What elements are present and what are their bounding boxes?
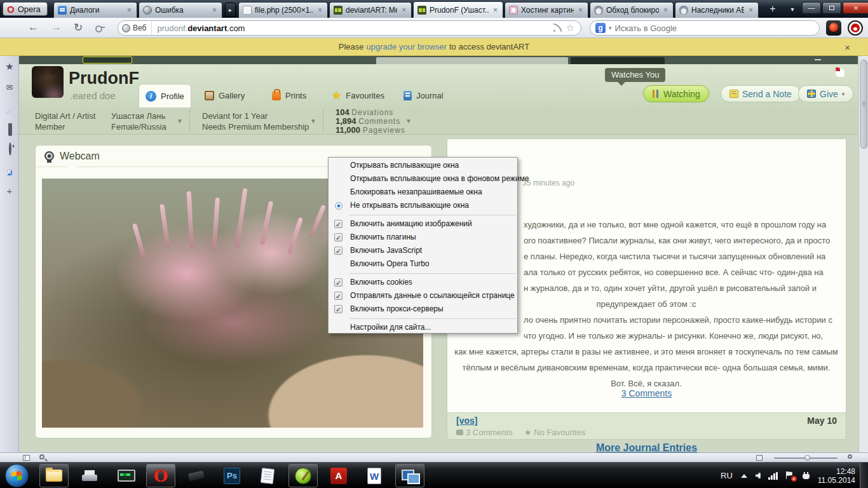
zoom-magnifier-icon[interactable]	[848, 454, 852, 459]
caret-down-icon[interactable]: ▼	[405, 118, 412, 125]
tab-deviantart-me[interactable]: deviantART: Me... ×	[329, 2, 412, 18]
search-box[interactable]: g ▾	[590, 20, 820, 36]
scrollbar-thumb[interactable]	[860, 60, 867, 149]
tab-prudonf-active[interactable]: PrudonF (Ушаст... ×	[413, 1, 503, 18]
deviantart-search-input[interactable]	[376, 57, 568, 64]
power-plug-icon[interactable]	[803, 472, 810, 480]
url-text[interactable]: prudonf.deviantart.com	[152, 24, 245, 33]
menu-item-open-popups-background[interactable]: Открывать всплывающие окна в фоновом реж…	[329, 172, 517, 186]
page-scrollbar[interactable]	[858, 56, 868, 452]
menu-item-enable-opera-turbo[interactable]: Включить Opera Turbo	[329, 257, 517, 271]
menu-item-enable-image-animation[interactable]: ✓Включить анимацию изображений	[329, 217, 517, 231]
tab-close-icon[interactable]: ×	[400, 6, 407, 15]
taskbar-word-button[interactable]: W	[360, 464, 389, 487]
reload-button[interactable]: ↻	[74, 21, 83, 34]
tab-group-divider-button[interactable]: ▸	[225, 3, 236, 17]
language-indicator[interactable]: RU	[721, 471, 733, 480]
menu-item-block-unwanted-popups[interactable]: Блокировать незапрашиваемые окна	[329, 186, 517, 199]
taskbar-notepad-button[interactable]	[253, 464, 282, 487]
taskbar-image-editor-button[interactable]	[288, 464, 318, 487]
avatar[interactable]	[32, 66, 64, 98]
taskbar-acrobat-button[interactable]: A	[324, 464, 353, 487]
stat-membership[interactable]: Deviant for 1 YearNeeds Premium Membersh…	[202, 111, 309, 132]
tab-favourites[interactable]: ★ Favourites	[325, 84, 391, 107]
window-close-button[interactable]: ×	[843, 2, 868, 14]
search-input[interactable]	[615, 24, 814, 33]
upgrade-browser-link[interactable]: upgrade your browser	[367, 42, 447, 51]
forward-button[interactable]: →	[51, 21, 62, 34]
taskbar-resource-monitor-button[interactable]	[111, 464, 140, 487]
show-desktop-button[interactable]	[860, 463, 868, 488]
menu-item-never-open-popups[interactable]: Не открывать всплывающие окна	[329, 199, 517, 212]
journal-author-link[interactable]: [vos]	[456, 416, 477, 426]
give-button[interactable]: Give ▾	[798, 85, 853, 102]
search-engine-caret[interactable]: ▾	[609, 25, 612, 31]
window-restore-button[interactable]	[822, 2, 841, 14]
stat-counts[interactable]: 104 Deviations 1,894 Comments 11,000 Pag…	[336, 108, 405, 135]
menu-item-enable-javascript[interactable]: ✓Включить JavaScript	[329, 244, 517, 257]
action-center-flag-icon[interactable]: ×	[786, 471, 794, 480]
notes-panel-icon[interactable]	[4, 103, 15, 114]
zoom-slider-thumb[interactable]	[804, 455, 810, 461]
menu-item-send-referrer[interactable]: ✓Отправлять данные о ссылающейся страниц…	[329, 289, 517, 302]
address-field[interactable]: Веб prudonf.deviantart.com ☆	[118, 20, 581, 36]
tab-gallery[interactable]: Gallery	[198, 84, 251, 107]
tab-close-icon[interactable]: ×	[492, 6, 499, 15]
extension-button-1[interactable]	[826, 20, 841, 36]
tab-close-icon[interactable]: ×	[316, 6, 323, 15]
history-panel-icon[interactable]	[4, 144, 15, 154]
tab-obhod[interactable]: Обход блокиро... ×	[590, 2, 674, 18]
downloads-panel-icon[interactable]	[4, 123, 15, 134]
taskbar-drive-button[interactable]	[182, 464, 211, 487]
tab-close-icon[interactable]: ×	[211, 6, 218, 15]
hidden-icons-caret[interactable]	[741, 474, 747, 478]
tab-prints[interactable]: Prints	[266, 84, 313, 107]
taskbar-printer-button[interactable]	[75, 464, 104, 487]
tab-list-caret[interactable]: ▾	[787, 6, 798, 13]
deviantart-logo[interactable]	[83, 57, 132, 64]
tab-close-icon[interactable]: ×	[662, 6, 669, 15]
profile-username[interactable]: PrudonF	[69, 69, 139, 88]
panels-toggle-icon[interactable]	[23, 455, 30, 461]
tab-close-icon[interactable]: ×	[577, 6, 584, 15]
taskbar-opera-button[interactable]: O	[146, 464, 175, 487]
site-badge[interactable]: Веб	[118, 21, 152, 35]
taskbar-explorer-button[interactable]	[39, 464, 69, 487]
tab-journal[interactable]: Journal	[397, 84, 450, 107]
bookmark-star-icon[interactable]: ☆	[566, 22, 574, 34]
menu-item-enable-proxy[interactable]: ✓Включить прокси-серверы	[329, 302, 517, 316]
menu-item-open-popups[interactable]: Открывать всплывающие окна	[329, 159, 517, 172]
volume-icon[interactable]	[756, 471, 760, 480]
caret-down-icon[interactable]: ▼	[310, 118, 316, 125]
new-tab-button[interactable]: +	[765, 3, 780, 15]
taskbar-photoshop-button[interactable]: Ps	[217, 464, 247, 487]
deviantart-search-button[interactable]	[571, 57, 665, 64]
bookmarks-panel-icon[interactable]: ★	[4, 61, 15, 72]
tab-oshibka[interactable]: Ошибка ×	[139, 2, 222, 18]
tab-close-icon[interactable]: ×	[747, 6, 754, 15]
notification-close-icon[interactable]: ×	[844, 42, 850, 53]
watching-button[interactable]: Watching	[643, 85, 709, 102]
window-minimize-button[interactable]: —	[802, 2, 821, 14]
tab-nasledniki[interactable]: Наследники АБ... ×	[675, 2, 759, 18]
extension-button-2[interactable]	[848, 20, 863, 36]
rss-icon[interactable]	[553, 24, 561, 32]
tab-close-icon[interactable]: ×	[126, 6, 133, 15]
clock[interactable]: 12:48 11.05.2014	[818, 467, 855, 485]
password-key-icon[interactable]	[95, 26, 104, 29]
opera-menu-button[interactable]: O Opera	[3, 2, 48, 16]
add-panel-icon[interactable]: +	[4, 186, 15, 196]
send-note-button[interactable]: Send a Note	[721, 85, 801, 102]
mail-panel-icon[interactable]: ✉	[4, 83, 15, 92]
tab-profile[interactable]: i Profile	[139, 84, 191, 107]
taskbar-remote-desktop-button[interactable]	[395, 464, 424, 487]
magnifier-icon[interactable]	[39, 454, 44, 459]
translate-panel-icon[interactable]: A	[4, 165, 15, 177]
comments-count[interactable]: 3 Comments	[456, 428, 513, 437]
menu-item-enable-cookies[interactable]: ✓Включить cookies	[329, 276, 517, 289]
stat-tagline[interactable]: Ушастая ЛаньFemale/Russia	[111, 111, 166, 132]
journal-comments-link[interactable]: 3 Comments	[447, 388, 846, 398]
tab-hosting[interactable]: Хостинг картин... ×	[505, 2, 588, 18]
back-button[interactable]: ←	[28, 21, 39, 34]
caret-down-icon[interactable]: ▼	[177, 118, 183, 125]
